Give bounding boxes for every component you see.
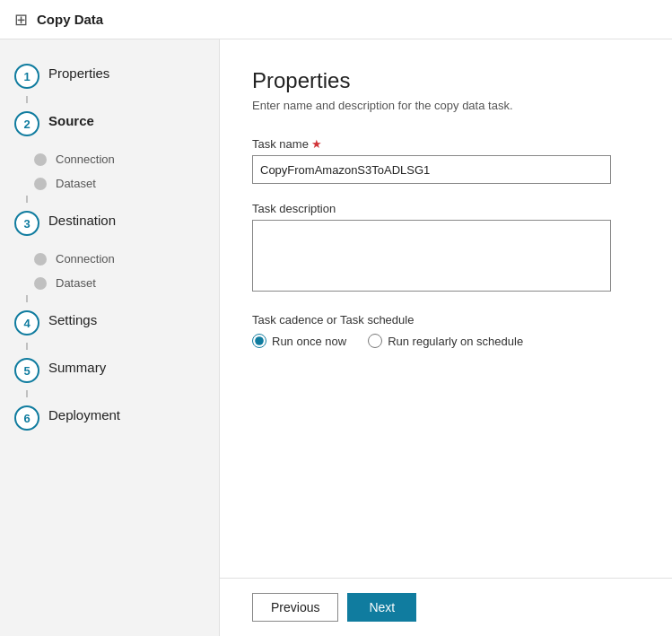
sidebar-item-destination[interactable]: 3 Destination — [0, 203, 219, 243]
source-sub-items: Connection Dataset — [0, 147, 219, 196]
sidebar-label-settings: Settings — [48, 309, 97, 327]
task-description-input[interactable] — [252, 220, 611, 292]
sidebar-label-destination: Destination — [48, 210, 116, 228]
main-layout: 1 Properties 2 Source Connection Dataset… — [0, 39, 672, 636]
sidebar-item-properties[interactable]: 1 Properties — [0, 56, 219, 96]
destination-sub-items: Connection Dataset — [0, 247, 219, 295]
sidebar-item-destination-connection[interactable]: Connection — [34, 247, 219, 271]
step-circle-3: 3 — [14, 211, 39, 236]
step-circle-5: 5 — [14, 358, 39, 383]
sidebar-item-deployment[interactable]: 6 Deployment — [0, 397, 219, 438]
sub-circle-dest-dataset — [34, 277, 47, 290]
sidebar-item-source-dataset[interactable]: Dataset — [34, 171, 219, 196]
task-name-label: Task name ★ — [252, 137, 640, 151]
connector-2-3 — [26, 196, 28, 203]
header: ⊞ Copy Data — [0, 0, 672, 39]
sidebar-item-summary[interactable]: 5 Summary — [0, 350, 219, 390]
cadence-section: Task cadence or Task schedule Run once n… — [252, 313, 640, 348]
previous-button[interactable]: Previous — [252, 593, 338, 622]
step-circle-2: 2 — [14, 111, 39, 136]
sidebar: 1 Properties 2 Source Connection Dataset… — [0, 39, 220, 636]
sidebar-label-source: Source — [48, 110, 94, 128]
next-button[interactable]: Next — [347, 593, 416, 622]
step-circle-1: 1 — [14, 64, 39, 89]
task-name-group: Task name ★ — [252, 137, 640, 184]
radio-run-schedule-label: Run regularly on schedule — [388, 335, 523, 348]
connector-5-6 — [26, 390, 28, 397]
radio-run-once[interactable]: Run once now — [252, 334, 346, 348]
step-circle-4: 4 — [14, 310, 39, 335]
sidebar-item-settings[interactable]: 4 Settings — [0, 302, 219, 343]
connector-4-5 — [26, 343, 28, 350]
sidebar-label-properties: Properties — [48, 63, 109, 81]
sidebar-item-source[interactable]: 2 Source — [0, 103, 219, 144]
radio-run-schedule-input[interactable] — [368, 334, 382, 348]
content-area: Properties Enter name and description fo… — [220, 39, 672, 636]
radio-run-once-label: Run once now — [272, 335, 346, 348]
sidebar-label-deployment: Deployment — [48, 405, 120, 423]
page-title: Properties — [252, 68, 640, 93]
task-name-input[interactable] — [252, 155, 611, 184]
content-inner: Properties Enter name and description fo… — [220, 39, 672, 578]
copy-data-icon: ⊞ — [14, 10, 28, 30]
sidebar-label-dest-connection: Connection — [56, 252, 115, 266]
sidebar-label-source-dataset: Dataset — [56, 177, 96, 190]
sub-circle-source-dataset — [34, 178, 47, 190]
task-description-label: Task description — [252, 202, 640, 215]
app-title: Copy Data — [37, 12, 103, 27]
sidebar-label-summary: Summary — [48, 357, 106, 375]
required-star: ★ — [311, 137, 322, 151]
radio-run-schedule[interactable]: Run regularly on schedule — [368, 334, 523, 348]
sub-circle-source-connection — [34, 153, 47, 166]
cadence-label: Task cadence or Task schedule — [252, 313, 640, 327]
connector-1-2 — [26, 96, 28, 103]
page-subtitle: Enter name and description for the copy … — [252, 99, 640, 112]
sub-circle-dest-connection — [34, 253, 47, 266]
connector-3-4 — [26, 295, 28, 302]
radio-run-once-input[interactable] — [252, 334, 266, 348]
sidebar-item-destination-dataset[interactable]: Dataset — [34, 271, 219, 295]
radio-group: Run once now Run regularly on schedule — [252, 334, 640, 348]
task-description-group: Task description — [252, 202, 640, 295]
step-circle-6: 6 — [14, 405, 39, 431]
sidebar-label-source-connection: Connection — [56, 152, 115, 166]
footer: Previous Next — [220, 578, 672, 636]
sidebar-label-dest-dataset: Dataset — [56, 276, 96, 290]
sidebar-item-source-connection[interactable]: Connection — [34, 147, 219, 171]
